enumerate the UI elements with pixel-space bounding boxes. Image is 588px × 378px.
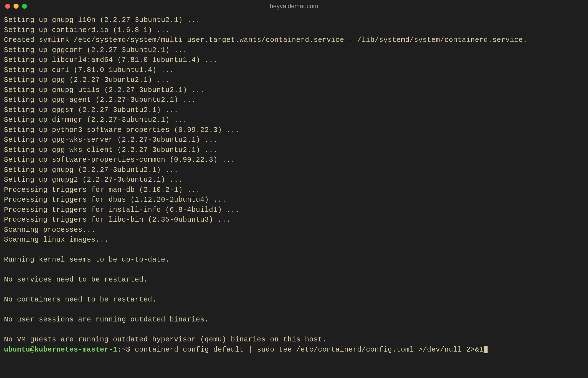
- terminal-window: heyvaldemar.com Setting up gnupg-l10n (2…: [0, 0, 588, 378]
- prompt-line: ubuntu@kubernetes-master-1:~$ containerd…: [4, 346, 488, 354]
- prompt-user-host: ubuntu@kubernetes-master-1: [4, 346, 117, 354]
- prompt-separator: :: [117, 346, 122, 354]
- title-bar: heyvaldemar.com: [0, 0, 588, 12]
- maximize-button[interactable]: [22, 4, 27, 9]
- cursor: [484, 346, 488, 353]
- prompt-symbol: $: [126, 346, 131, 354]
- minimize-button[interactable]: [14, 4, 19, 9]
- window-title: heyvaldemar.com: [270, 3, 318, 10]
- terminal-output: Setting up gnupg-l10n (2.2.27-3ubuntu2.1…: [4, 16, 527, 344]
- prompt-path: ~: [122, 346, 126, 354]
- traffic-lights: [5, 4, 27, 9]
- command-input[interactable]: containerd config default | sudo tee /et…: [135, 346, 484, 354]
- close-button[interactable]: [5, 4, 10, 9]
- terminal-content[interactable]: Setting up gnupg-l10n (2.2.27-3ubuntu2.1…: [0, 12, 588, 378]
